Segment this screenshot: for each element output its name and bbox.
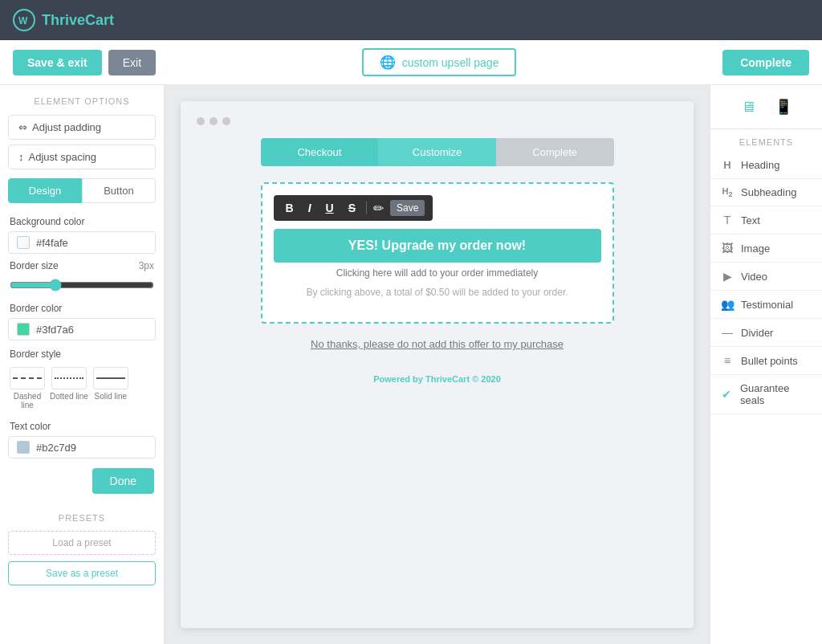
- no-thanks-link[interactable]: No thanks, please do not add this offer …: [311, 338, 564, 350]
- logo-icon: W: [13, 9, 35, 31]
- divider-icon: —: [720, 326, 735, 339]
- tab-button[interactable]: Button: [82, 178, 156, 203]
- bg-color-label: Background color: [0, 210, 164, 230]
- logo: W ThriveCart: [13, 9, 114, 31]
- text-color-label: Text color: [0, 414, 164, 434]
- underline-button[interactable]: U: [322, 200, 338, 216]
- save-exit-button[interactable]: Save & exit: [13, 50, 102, 75]
- bold-button[interactable]: B: [282, 200, 298, 216]
- upgrade-btn-text: YES! Upgrade my order now!: [348, 238, 526, 252]
- done-button[interactable]: Done: [92, 468, 154, 494]
- video-label: Video: [741, 271, 767, 283]
- strikethrough-button[interactable]: S: [344, 200, 360, 216]
- right-panel: 🖥 📱 ELEMENTS H Heading H2 Subheading T T…: [710, 85, 822, 644]
- border-color-swatch: [17, 323, 30, 336]
- heading-icon: H: [720, 159, 735, 171]
- heading-label: Heading: [741, 159, 779, 171]
- adjust-spacing-button[interactable]: ↕ Adjust spacing: [8, 145, 156, 169]
- element-image[interactable]: 🖼 Image: [710, 234, 822, 263]
- dot-1: [197, 117, 205, 125]
- complete-button[interactable]: Complete: [722, 50, 809, 75]
- load-preset-button[interactable]: Load a preset: [8, 531, 156, 555]
- element-subheading[interactable]: H2 Subheading: [710, 179, 822, 206]
- powered-brand: ThriveCart: [425, 374, 470, 384]
- page-name-text: custom upsell page: [402, 56, 499, 69]
- toolbar-left: Save & exit Exit: [13, 50, 156, 75]
- divider-label: Divider: [741, 327, 773, 339]
- text-color-value: #b2c7d9: [36, 442, 76, 454]
- upgrade-button[interactable]: YES! Upgrade my order now!: [274, 229, 601, 263]
- subheading-label: Subheading: [741, 186, 796, 198]
- border-style-label: Border style: [0, 342, 164, 362]
- color-picker-button[interactable]: ✏: [373, 201, 384, 216]
- top-nav: W ThriveCart: [0, 0, 822, 40]
- copyright-text: © 2020: [472, 374, 501, 384]
- save-preset-button[interactable]: Save as a preset: [8, 561, 156, 585]
- image-icon: 🖼: [720, 242, 735, 255]
- page-name-display[interactable]: 🌐 custom upsell page: [362, 48, 517, 76]
- text-color-input[interactable]: #b2c7d9: [8, 436, 156, 459]
- element-testimonial[interactable]: 👥 Testimonial: [710, 291, 822, 319]
- border-size-value: 3px: [139, 260, 154, 271]
- bg-color-input[interactable]: #f4fafe: [8, 231, 156, 254]
- adjust-padding-button[interactable]: ⇔ Adjust padding: [8, 115, 156, 140]
- complete-tab: Complete: [496, 138, 614, 166]
- spacing-icon: ↕: [18, 151, 24, 163]
- toolbar-sep: [366, 202, 367, 214]
- image-label: Image: [741, 243, 770, 255]
- elements-title: ELEMENTS: [710, 129, 822, 152]
- bullets-icon: ≡: [720, 354, 735, 367]
- border-color-input[interactable]: #3fd7a6: [8, 318, 156, 340]
- exit-button[interactable]: Exit: [108, 50, 156, 75]
- border-dotted[interactable]: Dotted line: [50, 367, 88, 410]
- desktop-view-button[interactable]: 🖥: [738, 95, 759, 119]
- testimonial-label: Testimonial: [741, 299, 793, 311]
- element-video[interactable]: ▶ Video: [710, 263, 822, 291]
- subheading-icon: H2: [720, 186, 735, 198]
- customize-tab[interactable]: Customize: [378, 138, 496, 166]
- presets-section: PRESETS Load a preset Save as a preset: [0, 508, 164, 589]
- left-panel: ELEMENT OPTIONS ⇔ Adjust padding ↕ Adjus…: [0, 85, 165, 644]
- solid-label: Solid line: [95, 392, 128, 401]
- powered-by: Powered by ThriveCart © 2020: [373, 374, 501, 384]
- tab-design[interactable]: Design: [8, 178, 82, 203]
- bullets-label: Bullet points: [741, 355, 798, 367]
- bg-color-swatch: [17, 236, 30, 249]
- border-size-slider[interactable]: [10, 279, 154, 291]
- editor-box[interactable]: B I U S ✏ Save YES! Upgrade my order now…: [261, 182, 614, 324]
- bg-color-value: #f4fafe: [36, 237, 68, 249]
- padding-icon: ⇔: [18, 121, 27, 133]
- design-button-tabs: Design Button: [8, 178, 156, 203]
- element-divider[interactable]: — Divider: [710, 319, 822, 347]
- checkout-tab[interactable]: Checkout: [261, 138, 379, 166]
- guarantee-label: Guarantee seals: [740, 382, 812, 406]
- border-dashed[interactable]: Dashedline: [10, 367, 45, 410]
- video-icon: ▶: [720, 270, 735, 283]
- main-layout: ELEMENT OPTIONS ⇔ Adjust padding ↕ Adjus…: [0, 85, 822, 644]
- device-toggle: 🖥 📱: [710, 85, 822, 129]
- element-options-title: ELEMENT OPTIONS: [0, 85, 164, 112]
- testimonial-icon: 👥: [720, 298, 735, 311]
- element-guarantee-seals[interactable]: ✔ Guarantee seals: [710, 375, 822, 414]
- toolbar: Save & exit Exit 🌐 custom upsell page Co…: [0, 40, 822, 85]
- guarantee-icon: ✔: [720, 388, 734, 401]
- dot-3: [222, 117, 230, 125]
- dotted-label: Dotted line: [50, 392, 88, 401]
- border-size-slider-wrap: [0, 277, 164, 296]
- powered-by-text: Powered by: [373, 374, 423, 384]
- element-bullet-points[interactable]: ≡ Bullet points: [710, 347, 822, 375]
- format-save-button[interactable]: Save: [390, 200, 425, 216]
- border-solid[interactable]: Solid line: [93, 367, 128, 410]
- text-icon: T: [720, 214, 735, 226]
- element-heading[interactable]: H Heading: [710, 152, 822, 179]
- element-text[interactable]: T Text: [710, 206, 822, 234]
- italic-button[interactable]: I: [304, 200, 315, 216]
- center-canvas: Checkout Customize Complete B I U S ✏ Sa…: [165, 85, 710, 644]
- browser-dots: [197, 117, 230, 125]
- border-color-value: #3fd7a6: [36, 324, 74, 336]
- presets-title: PRESETS: [0, 508, 164, 528]
- border-size-label: Border size: [10, 260, 59, 271]
- upgrade-sub-text: Clicking here will add to your order imm…: [274, 267, 601, 279]
- mobile-view-button[interactable]: 📱: [771, 95, 796, 119]
- page-preview: Checkout Customize Complete B I U S ✏ Sa…: [181, 101, 694, 628]
